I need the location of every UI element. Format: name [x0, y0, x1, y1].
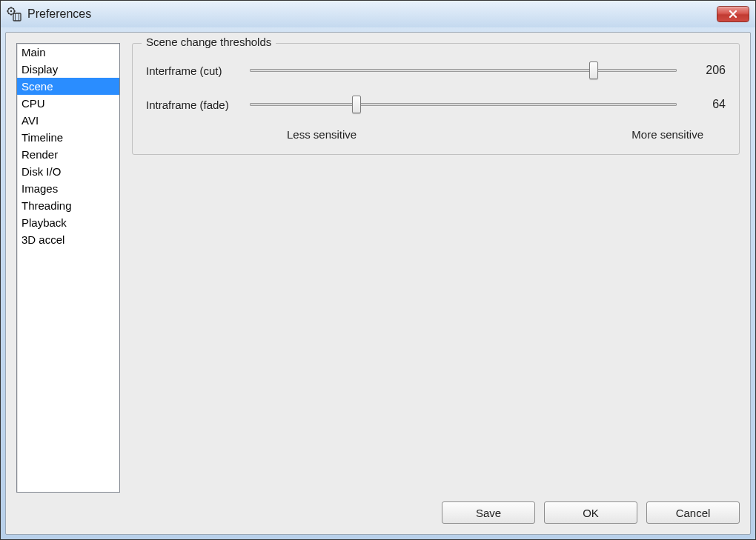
sidebar-item-render[interactable]: Render — [17, 146, 119, 163]
cancel-button[interactable]: Cancel — [646, 501, 740, 524]
sensitivity-hints: Less sensitive More sensitive — [250, 128, 726, 141]
window-title: Preferences — [27, 7, 717, 21]
slider-track — [250, 69, 677, 72]
hint-less-sensitive: Less sensitive — [250, 128, 488, 141]
sidebar-item-timeline[interactable]: Timeline — [17, 129, 119, 146]
svg-line-6 — [8, 8, 9, 9]
sidebar-item-disk-i-o[interactable]: Disk I/O — [17, 163, 119, 180]
slider-label: Intraframe (fade) — [146, 99, 250, 111]
close-icon — [728, 10, 738, 19]
svg-line-9 — [13, 8, 14, 9]
sidebar-item-avi[interactable]: AVI — [17, 112, 119, 129]
slider-label: Interframe (cut) — [146, 64, 250, 77]
close-button[interactable] — [717, 6, 749, 22]
main-row: MainDisplaySceneCPUAVITimelineRenderDisk… — [16, 43, 740, 493]
svg-line-8 — [8, 13, 9, 14]
group-title: Scene change thresholds — [142, 36, 276, 48]
svg-point-1 — [10, 10, 12, 12]
slider-row-0: Interframe (cut)206 — [146, 60, 726, 81]
app-gear-film-icon — [7, 7, 21, 21]
sidebar-item-images[interactable]: Images — [17, 180, 119, 197]
save-button[interactable]: Save — [442, 501, 535, 524]
slider-track — [250, 103, 677, 106]
titlebar: Preferences — [1, 1, 755, 27]
sidebar-item-cpu[interactable]: CPU — [17, 95, 119, 112]
sidebar-item-display[interactable]: Display — [17, 61, 119, 78]
hint-more-sensitive: More sensitive — [488, 128, 726, 141]
category-list[interactable]: MainDisplaySceneCPUAVITimelineRenderDisk… — [16, 43, 120, 493]
content-panel: Scene change thresholds Interframe (cut)… — [132, 43, 740, 493]
slider-value: 206 — [686, 64, 726, 77]
button-row: Save OK Cancel — [16, 493, 740, 524]
sidebar-item-3d-accel[interactable]: 3D accel — [17, 231, 119, 248]
sidebar-item-scene[interactable]: Scene — [17, 78, 119, 95]
sidebar-item-main[interactable]: Main — [17, 44, 119, 61]
client-area: MainDisplaySceneCPUAVITimelineRenderDisk… — [5, 32, 751, 535]
slider[interactable] — [250, 94, 677, 115]
slider[interactable] — [250, 60, 677, 81]
slider-thumb[interactable] — [589, 61, 598, 79]
svg-rect-10 — [13, 13, 21, 21]
slider-value: 64 — [686, 98, 726, 111]
preferences-window: Preferences MainDisplaySceneCPUAVITimeli… — [0, 0, 756, 540]
ok-button[interactable]: OK — [544, 501, 637, 524]
sidebar-item-playback[interactable]: Playback — [17, 214, 119, 231]
scene-thresholds-group: Scene change thresholds Interframe (cut)… — [132, 43, 740, 155]
slider-row-1: Intraframe (fade)64 — [146, 94, 726, 115]
sidebar-item-threading[interactable]: Threading — [17, 197, 119, 214]
slider-thumb[interactable] — [352, 96, 361, 113]
